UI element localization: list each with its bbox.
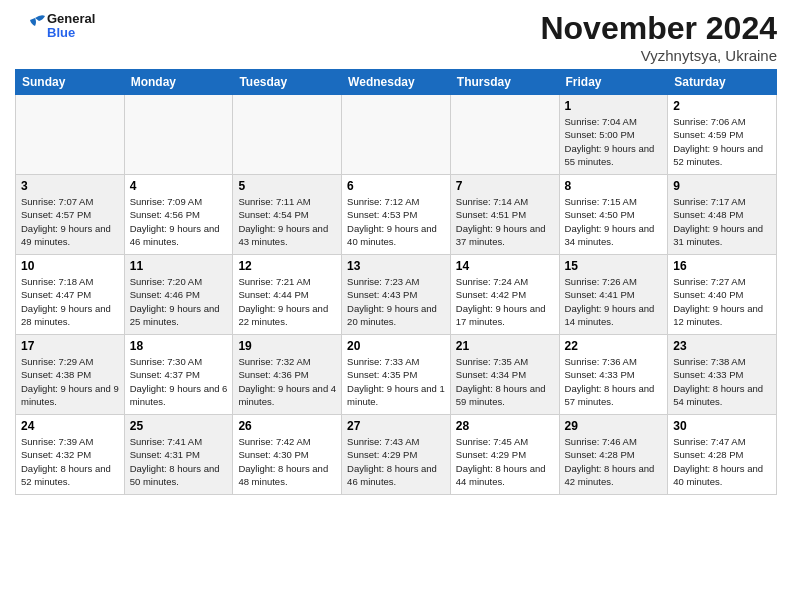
day-number: 13 xyxy=(347,259,445,273)
day-info: Sunrise: 7:15 AMSunset: 4:50 PMDaylight:… xyxy=(565,195,663,248)
calendar-cell: 6Sunrise: 7:12 AMSunset: 4:53 PMDaylight… xyxy=(342,175,451,255)
day-number: 2 xyxy=(673,99,771,113)
th-friday: Friday xyxy=(559,70,668,95)
calendar-cell: 20Sunrise: 7:33 AMSunset: 4:35 PMDayligh… xyxy=(342,335,451,415)
day-number: 8 xyxy=(565,179,663,193)
day-number: 9 xyxy=(673,179,771,193)
day-number: 5 xyxy=(238,179,336,193)
calendar-cell xyxy=(233,95,342,175)
th-saturday: Saturday xyxy=(668,70,777,95)
day-number: 10 xyxy=(21,259,119,273)
day-info: Sunrise: 7:11 AMSunset: 4:54 PMDaylight:… xyxy=(238,195,336,248)
day-number: 15 xyxy=(565,259,663,273)
day-info: Sunrise: 7:43 AMSunset: 4:29 PMDaylight:… xyxy=(347,435,445,488)
day-info: Sunrise: 7:04 AMSunset: 5:00 PMDaylight:… xyxy=(565,115,663,168)
calendar-cell: 9Sunrise: 7:17 AMSunset: 4:48 PMDaylight… xyxy=(668,175,777,255)
day-info: Sunrise: 7:07 AMSunset: 4:57 PMDaylight:… xyxy=(21,195,119,248)
day-number: 25 xyxy=(130,419,228,433)
calendar-cell: 27Sunrise: 7:43 AMSunset: 4:29 PMDayligh… xyxy=(342,415,451,495)
day-number: 16 xyxy=(673,259,771,273)
day-info: Sunrise: 7:27 AMSunset: 4:40 PMDaylight:… xyxy=(673,275,771,328)
day-info: Sunrise: 7:14 AMSunset: 4:51 PMDaylight:… xyxy=(456,195,554,248)
day-number: 29 xyxy=(565,419,663,433)
day-info: Sunrise: 7:45 AMSunset: 4:29 PMDaylight:… xyxy=(456,435,554,488)
day-number: 11 xyxy=(130,259,228,273)
calendar-cell: 23Sunrise: 7:38 AMSunset: 4:33 PMDayligh… xyxy=(668,335,777,415)
day-number: 19 xyxy=(238,339,336,353)
day-info: Sunrise: 7:24 AMSunset: 4:42 PMDaylight:… xyxy=(456,275,554,328)
day-number: 27 xyxy=(347,419,445,433)
location: Vyzhnytsya, Ukraine xyxy=(540,47,777,64)
day-number: 12 xyxy=(238,259,336,273)
calendar-cell: 19Sunrise: 7:32 AMSunset: 4:36 PMDayligh… xyxy=(233,335,342,415)
day-number: 7 xyxy=(456,179,554,193)
day-number: 24 xyxy=(21,419,119,433)
calendar-cell: 21Sunrise: 7:35 AMSunset: 4:34 PMDayligh… xyxy=(450,335,559,415)
title-block: November 2024 Vyzhnytsya, Ukraine xyxy=(540,10,777,64)
day-number: 14 xyxy=(456,259,554,273)
calendar-cell: 16Sunrise: 7:27 AMSunset: 4:40 PMDayligh… xyxy=(668,255,777,335)
calendar-cell xyxy=(342,95,451,175)
calendar-cell: 4Sunrise: 7:09 AMSunset: 4:56 PMDaylight… xyxy=(124,175,233,255)
day-number: 4 xyxy=(130,179,228,193)
day-info: Sunrise: 7:17 AMSunset: 4:48 PMDaylight:… xyxy=(673,195,771,248)
day-info: Sunrise: 7:46 AMSunset: 4:28 PMDaylight:… xyxy=(565,435,663,488)
th-tuesday: Tuesday xyxy=(233,70,342,95)
calendar-cell: 26Sunrise: 7:42 AMSunset: 4:30 PMDayligh… xyxy=(233,415,342,495)
day-number: 30 xyxy=(673,419,771,433)
day-info: Sunrise: 7:36 AMSunset: 4:33 PMDaylight:… xyxy=(565,355,663,408)
day-number: 17 xyxy=(21,339,119,353)
th-wednesday: Wednesday xyxy=(342,70,451,95)
calendar-cell: 11Sunrise: 7:20 AMSunset: 4:46 PMDayligh… xyxy=(124,255,233,335)
calendar-cell xyxy=(16,95,125,175)
calendar-cell: 8Sunrise: 7:15 AMSunset: 4:50 PMDaylight… xyxy=(559,175,668,255)
day-info: Sunrise: 7:23 AMSunset: 4:43 PMDaylight:… xyxy=(347,275,445,328)
day-info: Sunrise: 7:42 AMSunset: 4:30 PMDaylight:… xyxy=(238,435,336,488)
day-info: Sunrise: 7:12 AMSunset: 4:53 PMDaylight:… xyxy=(347,195,445,248)
calendar-cell: 30Sunrise: 7:47 AMSunset: 4:28 PMDayligh… xyxy=(668,415,777,495)
calendar-cell: 24Sunrise: 7:39 AMSunset: 4:32 PMDayligh… xyxy=(16,415,125,495)
calendar-cell: 28Sunrise: 7:45 AMSunset: 4:29 PMDayligh… xyxy=(450,415,559,495)
calendar-cell: 13Sunrise: 7:23 AMSunset: 4:43 PMDayligh… xyxy=(342,255,451,335)
calendar-cell: 5Sunrise: 7:11 AMSunset: 4:54 PMDaylight… xyxy=(233,175,342,255)
month-title: November 2024 xyxy=(540,10,777,47)
day-number: 20 xyxy=(347,339,445,353)
calendar-cell: 2Sunrise: 7:06 AMSunset: 4:59 PMDaylight… xyxy=(668,95,777,175)
calendar-cell: 29Sunrise: 7:46 AMSunset: 4:28 PMDayligh… xyxy=(559,415,668,495)
day-number: 1 xyxy=(565,99,663,113)
calendar-cell: 10Sunrise: 7:18 AMSunset: 4:47 PMDayligh… xyxy=(16,255,125,335)
header: General Blue November 2024 Vyzhnytsya, U… xyxy=(15,10,777,64)
calendar-cell xyxy=(450,95,559,175)
th-sunday: Sunday xyxy=(16,70,125,95)
calendar-cell: 22Sunrise: 7:36 AMSunset: 4:33 PMDayligh… xyxy=(559,335,668,415)
calendar-cell: 12Sunrise: 7:21 AMSunset: 4:44 PMDayligh… xyxy=(233,255,342,335)
day-info: Sunrise: 7:30 AMSunset: 4:37 PMDaylight:… xyxy=(130,355,228,408)
page-container: General Blue November 2024 Vyzhnytsya, U… xyxy=(0,0,792,505)
logo-general: General xyxy=(47,12,95,26)
day-info: Sunrise: 7:41 AMSunset: 4:31 PMDaylight:… xyxy=(130,435,228,488)
day-info: Sunrise: 7:38 AMSunset: 4:33 PMDaylight:… xyxy=(673,355,771,408)
day-info: Sunrise: 7:33 AMSunset: 4:35 PMDaylight:… xyxy=(347,355,445,408)
day-info: Sunrise: 7:21 AMSunset: 4:44 PMDaylight:… xyxy=(238,275,336,328)
logo-bird-icon xyxy=(15,10,47,42)
calendar-cell: 1Sunrise: 7:04 AMSunset: 5:00 PMDaylight… xyxy=(559,95,668,175)
logo-blue: Blue xyxy=(47,26,95,40)
day-info: Sunrise: 7:47 AMSunset: 4:28 PMDaylight:… xyxy=(673,435,771,488)
calendar: Sunday Monday Tuesday Wednesday Thursday… xyxy=(15,69,777,495)
day-info: Sunrise: 7:20 AMSunset: 4:46 PMDaylight:… xyxy=(130,275,228,328)
logo: General Blue xyxy=(15,10,95,42)
day-info: Sunrise: 7:09 AMSunset: 4:56 PMDaylight:… xyxy=(130,195,228,248)
day-info: Sunrise: 7:35 AMSunset: 4:34 PMDaylight:… xyxy=(456,355,554,408)
day-number: 21 xyxy=(456,339,554,353)
calendar-cell: 25Sunrise: 7:41 AMSunset: 4:31 PMDayligh… xyxy=(124,415,233,495)
day-number: 22 xyxy=(565,339,663,353)
calendar-cell xyxy=(124,95,233,175)
calendar-body: 1Sunrise: 7:04 AMSunset: 5:00 PMDaylight… xyxy=(16,95,777,495)
calendar-cell: 3Sunrise: 7:07 AMSunset: 4:57 PMDaylight… xyxy=(16,175,125,255)
day-number: 28 xyxy=(456,419,554,433)
day-info: Sunrise: 7:18 AMSunset: 4:47 PMDaylight:… xyxy=(21,275,119,328)
calendar-cell: 14Sunrise: 7:24 AMSunset: 4:42 PMDayligh… xyxy=(450,255,559,335)
day-number: 6 xyxy=(347,179,445,193)
day-number: 26 xyxy=(238,419,336,433)
day-number: 18 xyxy=(130,339,228,353)
